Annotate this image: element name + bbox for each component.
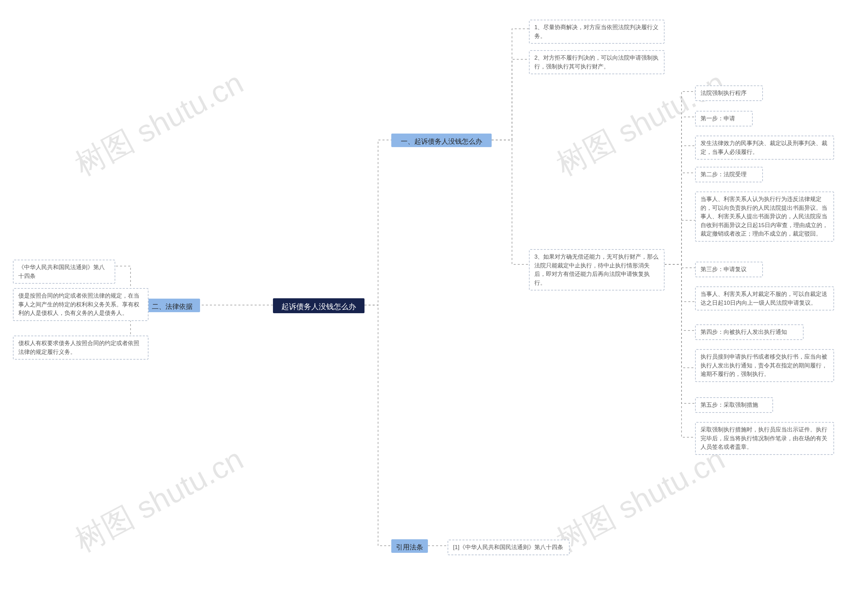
step-4-detail: 执行员接到申请执行书或者移交执行书，应当向被执行人发出执行通知，责令其在指定的期… <box>695 349 834 382</box>
step-5-detail: 采取强制执行措施时，执行员应当出示证件。执行完毕后，应当将执行情况制作笔录，由在… <box>695 422 834 455</box>
watermark: 树图 shutu.cn <box>68 62 251 186</box>
step-1: 第一步：申请 <box>695 111 753 127</box>
two-item-1: 《中华人民共和国民法通则》第八十四条 <box>13 260 115 284</box>
ref-item-1: [1]《中华人民共和国民法通则》第八十四条 <box>447 540 569 555</box>
root-node: 起诉债务人没钱怎么办 <box>273 298 365 313</box>
step-5: 第五步：采取强制措施 <box>695 397 773 413</box>
step-4: 第四步：向被执行人发出执行通知 <box>695 325 804 340</box>
two-item-2: 债是按照合同的约定或者依照法律的规定，在当事人之间产生的特定的权利和义务关系。享… <box>13 288 149 321</box>
watermark: 树图 shutu.cn <box>68 439 251 562</box>
step-header: 法院强制执行程序 <box>695 85 763 101</box>
watermark: 树图 shutu.cn <box>549 439 732 562</box>
step-3-detail: 当事人、利害关系人对裁定不服的，可以自裁定送达之日起10日内向上一级人民法院申请… <box>695 286 834 311</box>
branch-ref: 引用法条 <box>391 539 428 553</box>
two-item-3: 债权人有权要求债务人按照合同的约定或者依照法律的规定履行义务。 <box>13 336 149 360</box>
branch-one: 一、起诉债务人没钱怎么办 <box>391 133 492 147</box>
one-item-2: 2、对方拒不履行判决的，可以向法院申请强制执行，强制执行其可执行财产。 <box>529 50 665 74</box>
step-3: 第三步：申请复议 <box>695 262 763 277</box>
step-2-detail: 当事人、利害关系人认为执行行为违反法律规定的，可以向负责执行的人民法院提出书面异… <box>695 192 834 242</box>
one-item-3: 3、如果对方确无偿还能力，无可执行财产，那么法院只能裁定中止执行，待中止执行情形… <box>529 249 665 291</box>
step-2: 第二步：法院受理 <box>695 167 763 182</box>
one-item-1: 1、尽量协商解决，对方应当依照法院判决履行义务。 <box>529 20 665 44</box>
step-1-detail: 发生法律效力的民事判决、裁定以及刑事判决、裁定，当事人必须履行。 <box>695 136 834 160</box>
branch-two: 二、法律依据 <box>144 298 200 312</box>
